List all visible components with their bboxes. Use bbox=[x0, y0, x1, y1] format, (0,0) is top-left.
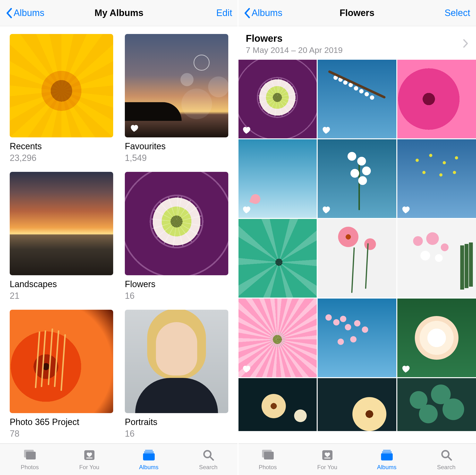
album-header[interactable]: Flowers 7 May 2014 – 20 Apr 2019 bbox=[238, 26, 476, 60]
svg-rect-15 bbox=[381, 453, 393, 460]
album-name: Portraits bbox=[125, 417, 228, 427]
back-label: Albums bbox=[252, 8, 282, 18]
svg-rect-5 bbox=[144, 451, 154, 453]
tab-foryou[interactable]: For You bbox=[298, 444, 357, 475]
tab-photos[interactable]: Photos bbox=[0, 444, 60, 475]
tab-label: Search bbox=[199, 464, 217, 471]
album-thumbnail bbox=[10, 172, 113, 275]
heart-icon bbox=[401, 364, 410, 374]
select-button[interactable]: Select bbox=[444, 8, 470, 18]
album-name: Favourites bbox=[125, 141, 228, 151]
album-detail-content[interactable]: Flowers 7 May 2014 – 20 Apr 2019 bbox=[238, 26, 476, 443]
photo-thumbnail[interactable] bbox=[238, 60, 317, 138]
tab-label: Photos bbox=[259, 464, 277, 471]
back-button[interactable]: Albums bbox=[6, 8, 44, 18]
photo-thumbnail[interactable] bbox=[397, 219, 476, 297]
heart-icon bbox=[401, 205, 410, 214]
tab-bar: PhotosFor YouAlbumsSearch bbox=[0, 443, 238, 475]
heart-icon bbox=[321, 125, 331, 135]
tab-albums[interactable]: Albums bbox=[357, 444, 416, 475]
album-flowers[interactable]: Flowers16 bbox=[125, 172, 228, 301]
albums-content[interactable]: Recents23,296Favourites1,549Landscapes21… bbox=[0, 26, 238, 443]
album-name: Photo 365 Project bbox=[10, 417, 113, 427]
album-landscapes[interactable]: Landscapes21 bbox=[10, 172, 113, 301]
tab-label: Photos bbox=[21, 464, 39, 471]
svg-rect-4 bbox=[145, 450, 153, 451]
album-name: Landscapes bbox=[10, 279, 113, 289]
album-thumbnail bbox=[125, 172, 228, 275]
svg-rect-14 bbox=[382, 451, 392, 453]
navbar: Albums My Albums Edit bbox=[0, 0, 238, 26]
album-count: 21 bbox=[10, 291, 113, 301]
photo-thumbnail[interactable] bbox=[397, 139, 476, 218]
albums-icon bbox=[380, 448, 394, 462]
photo-thumbnail[interactable] bbox=[397, 298, 476, 377]
pane-album-detail: Albums Flowers Select Flowers 7 May 2014… bbox=[238, 0, 476, 475]
navbar: Albums Flowers Select bbox=[238, 0, 476, 26]
back-label: Albums bbox=[14, 8, 44, 18]
tab-search[interactable]: Search bbox=[416, 444, 476, 475]
photo-thumbnail[interactable] bbox=[238, 139, 317, 218]
photo-thumbnail[interactable] bbox=[238, 298, 317, 377]
tab-bar: PhotosFor YouAlbumsSearch bbox=[238, 443, 476, 475]
albums-icon bbox=[142, 448, 156, 462]
heart-icon bbox=[129, 123, 139, 133]
tab-search[interactable]: Search bbox=[178, 444, 238, 475]
album-name: Recents bbox=[10, 141, 113, 151]
album-name: Flowers bbox=[125, 279, 228, 289]
foryou-icon bbox=[83, 448, 96, 462]
album-photo-365-project[interactable]: Photo 365 Project78 bbox=[10, 310, 113, 439]
photo-thumbnail[interactable] bbox=[318, 219, 396, 297]
heart-icon bbox=[321, 205, 331, 214]
edit-button[interactable]: Edit bbox=[216, 8, 232, 18]
photo-thumbnail[interactable] bbox=[318, 378, 396, 431]
album-recents[interactable]: Recents23,296 bbox=[10, 34, 113, 163]
tab-label: Albums bbox=[377, 464, 396, 471]
svg-rect-13 bbox=[383, 450, 391, 451]
album-thumbnail bbox=[125, 34, 228, 137]
chevron-left-icon bbox=[6, 8, 12, 18]
chevron-left-icon bbox=[244, 8, 250, 18]
svg-rect-1 bbox=[26, 452, 36, 459]
photo-thumbnail[interactable] bbox=[238, 378, 317, 431]
photos-icon bbox=[23, 448, 37, 462]
album-portraits[interactable]: Portraits16 bbox=[125, 310, 228, 439]
photo-thumbnail[interactable] bbox=[318, 298, 396, 377]
pane-my-albums: Albums My Albums Edit Recents23,296Favou… bbox=[0, 0, 238, 475]
tab-label: Albums bbox=[139, 464, 158, 471]
album-count: 16 bbox=[125, 429, 228, 439]
search-icon bbox=[440, 448, 453, 462]
album-count: 16 bbox=[125, 291, 228, 301]
photo-thumbnail[interactable] bbox=[318, 60, 396, 138]
heart-icon bbox=[241, 125, 251, 135]
photo-thumbnail[interactable] bbox=[397, 60, 476, 138]
svg-line-17 bbox=[448, 457, 451, 460]
svg-line-8 bbox=[210, 457, 213, 460]
photos-icon bbox=[261, 448, 275, 462]
tab-photos[interactable]: Photos bbox=[238, 444, 298, 475]
album-thumbnail bbox=[10, 310, 113, 413]
search-icon bbox=[202, 448, 215, 462]
back-button[interactable]: Albums bbox=[244, 8, 282, 18]
tab-label: For You bbox=[317, 464, 337, 471]
album-count: 78 bbox=[10, 429, 113, 439]
album-count: 1,549 bbox=[125, 153, 228, 163]
svg-rect-6 bbox=[143, 453, 155, 460]
tab-foryou[interactable]: For You bbox=[60, 444, 119, 475]
photo-thumbnail[interactable] bbox=[397, 378, 476, 431]
svg-rect-12 bbox=[324, 458, 331, 459]
svg-rect-3 bbox=[86, 458, 93, 459]
album-favourites[interactable]: Favourites1,549 bbox=[125, 34, 228, 163]
album-title: Flowers bbox=[246, 33, 463, 44]
album-thumbnail bbox=[125, 310, 228, 413]
heart-icon bbox=[241, 364, 251, 374]
album-count: 23,296 bbox=[10, 153, 113, 163]
tab-label: Search bbox=[437, 464, 455, 471]
photo-thumbnail[interactable] bbox=[318, 139, 396, 218]
photo-thumbnail[interactable] bbox=[238, 219, 317, 297]
foryou-icon bbox=[321, 448, 334, 462]
tab-albums[interactable]: Albums bbox=[119, 444, 178, 475]
album-thumbnail bbox=[10, 34, 113, 137]
heart-icon bbox=[241, 205, 251, 214]
tab-label: For You bbox=[79, 464, 99, 471]
